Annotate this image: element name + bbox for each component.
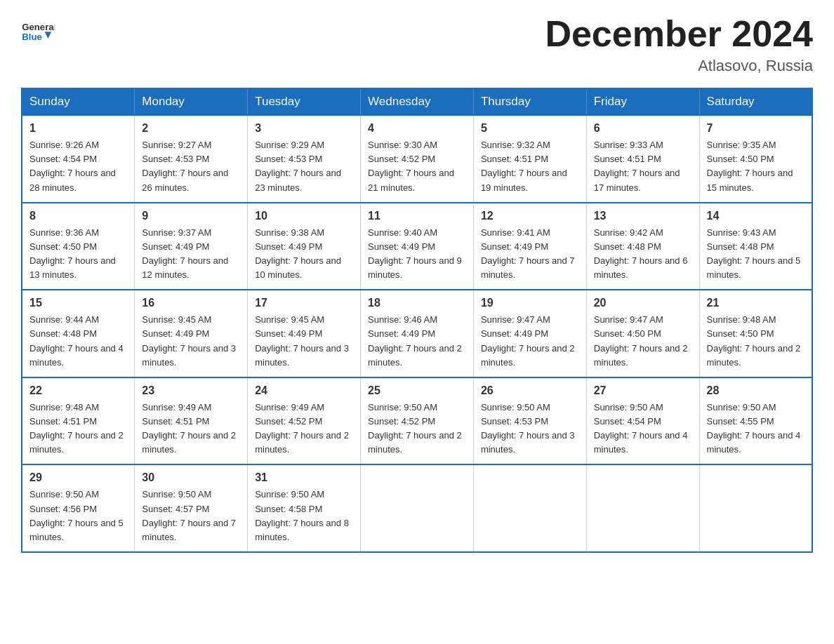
col-tuesday: Tuesday: [248, 88, 361, 115]
day-info: Sunrise: 9:44 AMSunset: 4:48 PMDaylight:…: [29, 313, 127, 370]
day-info: Sunrise: 9:30 AMSunset: 4:52 PMDaylight:…: [368, 138, 466, 195]
table-row: 9 Sunrise: 9:37 AMSunset: 4:49 PMDayligh…: [135, 203, 248, 290]
table-row: 6 Sunrise: 9:33 AMSunset: 4:51 PMDayligh…: [586, 115, 699, 203]
location: Atlasovo, Russia: [545, 57, 813, 75]
day-info: Sunrise: 9:29 AMSunset: 4:53 PMDaylight:…: [255, 138, 353, 195]
calendar-week-row: 15 Sunrise: 9:44 AMSunset: 4:48 PMDaylig…: [22, 290, 812, 377]
day-info: Sunrise: 9:38 AMSunset: 4:49 PMDaylight:…: [255, 226, 353, 283]
table-row: 15 Sunrise: 9:44 AMSunset: 4:48 PMDaylig…: [22, 290, 135, 377]
day-info: Sunrise: 9:49 AMSunset: 4:51 PMDaylight:…: [142, 401, 240, 457]
day-number: 28: [707, 382, 805, 399]
table-row: 31 Sunrise: 9:50 AMSunset: 4:58 PMDaylig…: [248, 464, 361, 552]
col-sunday: Sunday: [22, 88, 135, 115]
svg-marker-1: [45, 32, 52, 39]
table-row: [361, 464, 474, 552]
table-row: [473, 464, 586, 552]
table-row: 1 Sunrise: 9:26 AMSunset: 4:54 PMDayligh…: [22, 115, 135, 203]
title-block: December 2024 Atlasovo, Russia: [545, 14, 813, 75]
calendar-table: Sunday Monday Tuesday Wednesday Thursday…: [21, 88, 813, 553]
day-info: Sunrise: 9:50 AMSunset: 4:54 PMDaylight:…: [594, 401, 692, 457]
table-row: 22 Sunrise: 9:48 AMSunset: 4:51 PMDaylig…: [22, 377, 135, 465]
col-friday: Friday: [586, 88, 699, 115]
table-row: 2 Sunrise: 9:27 AMSunset: 4:53 PMDayligh…: [135, 115, 248, 203]
day-number: 10: [255, 208, 353, 224]
day-number: 9: [142, 208, 240, 224]
calendar-week-row: 8 Sunrise: 9:36 AMSunset: 4:50 PMDayligh…: [22, 203, 812, 290]
month-title: December 2024: [545, 14, 813, 54]
table-row: 21 Sunrise: 9:48 AMSunset: 4:50 PMDaylig…: [699, 290, 812, 377]
col-wednesday: Wednesday: [361, 88, 474, 115]
day-number: 7: [707, 120, 805, 137]
day-info: Sunrise: 9:26 AMSunset: 4:54 PMDaylight:…: [29, 138, 127, 195]
day-info: Sunrise: 9:50 AMSunset: 4:55 PMDaylight:…: [707, 401, 805, 457]
day-number: 20: [594, 295, 692, 311]
svg-text:General: General: [22, 22, 55, 32]
calendar-week-row: 1 Sunrise: 9:26 AMSunset: 4:54 PMDayligh…: [22, 115, 812, 203]
day-info: Sunrise: 9:47 AMSunset: 4:50 PMDaylight:…: [594, 313, 692, 370]
day-number: 3: [255, 120, 353, 137]
day-info: Sunrise: 9:50 AMSunset: 4:56 PMDaylight:…: [29, 488, 127, 544]
day-number: 29: [29, 469, 127, 486]
day-info: Sunrise: 9:50 AMSunset: 4:53 PMDaylight:…: [481, 401, 579, 457]
table-row: 10 Sunrise: 9:38 AMSunset: 4:49 PMDaylig…: [248, 203, 361, 290]
day-info: Sunrise: 9:36 AMSunset: 4:50 PMDaylight:…: [29, 226, 127, 283]
day-number: 15: [29, 295, 127, 311]
page-header: General Blue December 2024 Atlasovo, Rus…: [21, 14, 813, 75]
table-row: [699, 464, 812, 552]
table-row: 14 Sunrise: 9:43 AMSunset: 4:48 PMDaylig…: [699, 203, 812, 290]
day-number: 2: [142, 120, 240, 137]
table-row: 26 Sunrise: 9:50 AMSunset: 4:53 PMDaylig…: [473, 377, 586, 465]
table-row: 18 Sunrise: 9:46 AMSunset: 4:49 PMDaylig…: [361, 290, 474, 377]
table-row: 8 Sunrise: 9:36 AMSunset: 4:50 PMDayligh…: [22, 203, 135, 290]
day-number: 18: [368, 295, 466, 311]
table-row: 13 Sunrise: 9:42 AMSunset: 4:48 PMDaylig…: [586, 203, 699, 290]
table-row: [586, 464, 699, 552]
day-info: Sunrise: 9:48 AMSunset: 4:50 PMDaylight:…: [707, 313, 805, 370]
day-number: 31: [255, 469, 353, 486]
day-number: 30: [142, 469, 240, 486]
table-row: 19 Sunrise: 9:47 AMSunset: 4:49 PMDaylig…: [473, 290, 586, 377]
table-row: 27 Sunrise: 9:50 AMSunset: 4:54 PMDaylig…: [586, 377, 699, 465]
day-number: 23: [142, 382, 240, 399]
day-info: Sunrise: 9:42 AMSunset: 4:48 PMDaylight:…: [594, 226, 692, 283]
day-info: Sunrise: 9:50 AMSunset: 4:58 PMDaylight:…: [255, 488, 353, 544]
day-number: 12: [481, 208, 579, 224]
table-row: 3 Sunrise: 9:29 AMSunset: 4:53 PMDayligh…: [248, 115, 361, 203]
day-number: 26: [481, 382, 579, 399]
table-row: 12 Sunrise: 9:41 AMSunset: 4:49 PMDaylig…: [473, 203, 586, 290]
day-info: Sunrise: 9:45 AMSunset: 4:49 PMDaylight:…: [255, 313, 353, 370]
day-number: 4: [368, 120, 466, 137]
day-info: Sunrise: 9:45 AMSunset: 4:49 PMDaylight:…: [142, 313, 240, 370]
table-row: 25 Sunrise: 9:50 AMSunset: 4:52 PMDaylig…: [361, 377, 474, 465]
day-info: Sunrise: 9:35 AMSunset: 4:50 PMDaylight:…: [707, 138, 805, 195]
table-row: 29 Sunrise: 9:50 AMSunset: 4:56 PMDaylig…: [22, 464, 135, 552]
day-info: Sunrise: 9:33 AMSunset: 4:51 PMDaylight:…: [594, 138, 692, 195]
day-info: Sunrise: 9:47 AMSunset: 4:49 PMDaylight:…: [481, 313, 579, 370]
table-row: 16 Sunrise: 9:45 AMSunset: 4:49 PMDaylig…: [135, 290, 248, 377]
col-monday: Monday: [135, 88, 248, 115]
day-number: 16: [142, 295, 240, 311]
day-info: Sunrise: 9:49 AMSunset: 4:52 PMDaylight:…: [255, 401, 353, 457]
day-info: Sunrise: 9:48 AMSunset: 4:51 PMDaylight:…: [29, 401, 127, 457]
table-row: 7 Sunrise: 9:35 AMSunset: 4:50 PMDayligh…: [699, 115, 812, 203]
day-number: 17: [255, 295, 353, 311]
table-row: 17 Sunrise: 9:45 AMSunset: 4:49 PMDaylig…: [248, 290, 361, 377]
col-thursday: Thursday: [473, 88, 586, 115]
table-row: 24 Sunrise: 9:49 AMSunset: 4:52 PMDaylig…: [248, 377, 361, 465]
logo-icon: General Blue: [21, 14, 55, 48]
calendar-header-row: Sunday Monday Tuesday Wednesday Thursday…: [22, 88, 812, 115]
logo: General Blue: [21, 14, 58, 48]
svg-text:Blue: Blue: [22, 32, 42, 42]
day-number: 8: [29, 208, 127, 224]
day-info: Sunrise: 9:46 AMSunset: 4:49 PMDaylight:…: [368, 313, 466, 370]
day-info: Sunrise: 9:41 AMSunset: 4:49 PMDaylight:…: [481, 226, 579, 283]
day-number: 19: [481, 295, 579, 311]
day-info: Sunrise: 9:37 AMSunset: 4:49 PMDaylight:…: [142, 226, 240, 283]
table-row: 11 Sunrise: 9:40 AMSunset: 4:49 PMDaylig…: [361, 203, 474, 290]
day-number: 5: [481, 120, 579, 137]
day-number: 22: [29, 382, 127, 399]
day-number: 6: [594, 120, 692, 137]
day-info: Sunrise: 9:32 AMSunset: 4:51 PMDaylight:…: [481, 138, 579, 195]
table-row: 23 Sunrise: 9:49 AMSunset: 4:51 PMDaylig…: [135, 377, 248, 465]
day-number: 21: [707, 295, 805, 311]
